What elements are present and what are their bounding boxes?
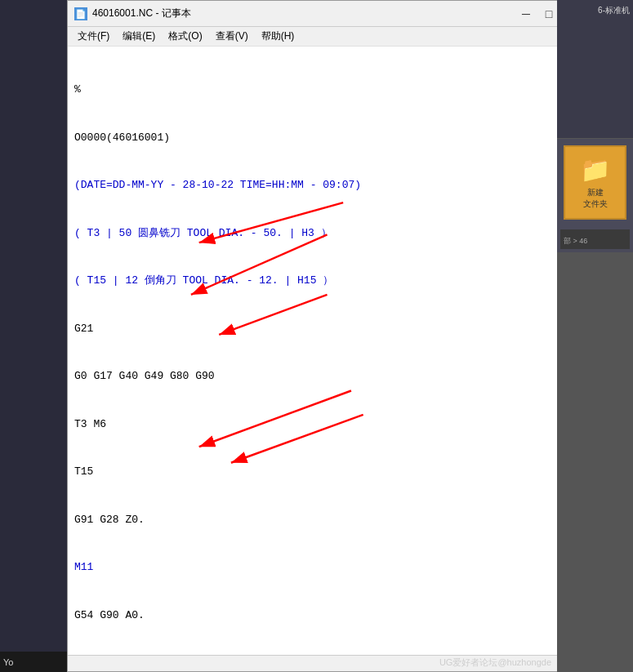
left-strip: Yo: [0, 0, 67, 672]
folder-label-new: 新建: [587, 187, 604, 198]
line-11: M11: [74, 559, 568, 576]
path-nav: 部 > 46: [560, 229, 630, 249]
watermark: UG爱好者论坛@huzhongde: [439, 656, 551, 669]
watermark-text: UG爱好者论坛@huzhongde: [439, 657, 551, 667]
menu-edit[interactable]: 编辑(E): [116, 28, 162, 45]
line-4: ( T3 | 50 圆鼻铣刀 TOOL DIA. - 50. | H3 ）: [74, 225, 568, 242]
line-10: G91 G28 Z0.: [74, 512, 568, 528]
title-bar: 📄 46016001.NC - 记事本 ─ □ ✕: [68, 1, 589, 27]
window-title: 46016001.NC - 记事本: [92, 7, 515, 20]
line-8: T3 M6: [74, 416, 568, 433]
bottom-text: Yo: [3, 657, 13, 667]
menu-format[interactable]: 格式(O): [162, 28, 208, 45]
new-folder-item[interactable]: 📁 新建 文件夹: [564, 145, 626, 220]
line-1: %: [74, 82, 568, 98]
desktop-area: [0, 0, 67, 652]
line-5: ( T15 | 12 倒角刀 TOOL DIA. - 12. | H15 ）: [74, 273, 568, 289]
menu-view[interactable]: 查看(V): [209, 28, 255, 45]
folder-label: 新建 文件夹: [583, 187, 608, 210]
right-top-section: 6-标准机: [557, 0, 633, 139]
content-area: % O0000(46016001) (DATE=DD-MM-YY - 28-10…: [68, 47, 589, 655]
menu-bar: 文件(F) 编辑(E) 格式(O) 查看(V) 帮助(H): [68, 27, 589, 47]
folder-label-dir: 文件夹: [583, 198, 608, 210]
line-7: G0 G17 G40 G49 G80 G90: [74, 368, 568, 385]
menu-file[interactable]: 文件(F): [71, 28, 116, 45]
line-3: (DATE=DD-MM-YY - 28-10-22 TIME=HH:MM - 0…: [74, 177, 568, 194]
bottom-bar: Yo: [0, 652, 67, 672]
text-editor[interactable]: % O0000(46016001) (DATE=DD-MM-YY - 28-10…: [68, 47, 575, 655]
line-6: G21: [74, 321, 568, 337]
right-bottom-fill: [557, 252, 633, 672]
right-panel: 6-标准机 📁 新建 文件夹 部 > 46: [557, 0, 633, 672]
app-icon: 📄: [74, 7, 87, 20]
minimize-button[interactable]: ─: [515, 6, 537, 22]
line-12: G54 G90 A0.: [74, 607, 568, 624]
right-panel-label: 6-标准机: [598, 5, 630, 16]
notepad-window: 📄 46016001.NC - 记事本 ─ □ ✕ 文件(F) 编辑(E) 格式…: [67, 0, 590, 672]
menu-help[interactable]: 帮助(H): [255, 28, 301, 45]
path-text: 部 > 46: [564, 237, 587, 245]
folder-icon: 📁: [580, 155, 610, 184]
line-9: T15: [74, 464, 568, 480]
line-2: O0000(46016001): [74, 130, 568, 146]
